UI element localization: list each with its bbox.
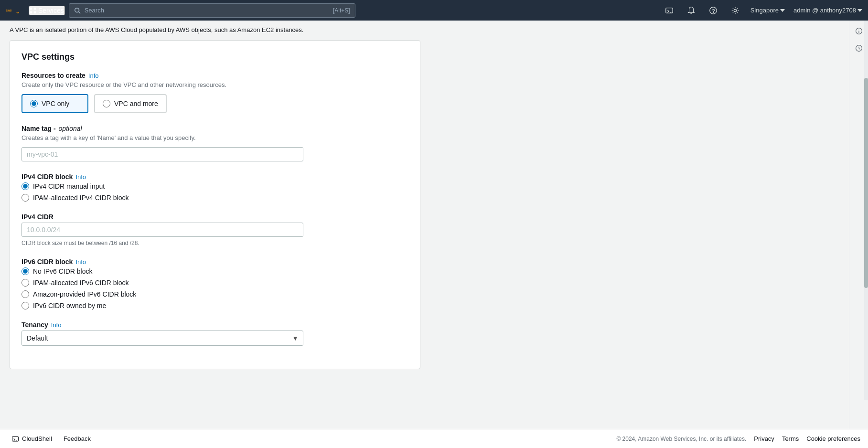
- footer: CloudShell Feedback © 2024, Amazon Web S…: [0, 429, 868, 448]
- ipv4-cidr-block-info-link[interactable]: Info: [75, 173, 86, 181]
- ipam-ipv6-radio[interactable]: [21, 279, 29, 287]
- vpc-and-more-label[interactable]: VPC and more: [114, 100, 158, 107]
- ipam-ipv6-option[interactable]: IPAM-allocated IPv6 CIDR block: [21, 279, 408, 287]
- resources-info-link[interactable]: Info: [88, 72, 99, 79]
- resources-options: VPC only VPC and more: [21, 94, 408, 113]
- vpc-settings-title: VPC settings: [21, 52, 408, 62]
- ipv4-manual-label[interactable]: IPv4 CIDR manual input: [33, 182, 105, 190]
- owned-ipv6-option[interactable]: IPv6 CIDR owned by me: [21, 302, 408, 309]
- amazon-ipv6-label[interactable]: Amazon-provided IPv6 CIDR block: [33, 290, 136, 298]
- services-button[interactable]: Services: [29, 6, 65, 15]
- footer-copyright: © 2024, Amazon Web Services, Inc. or its…: [616, 436, 746, 442]
- ipv4-ipam-option[interactable]: IPAM-allocated IPv4 CIDR block: [21, 194, 408, 202]
- svg-point-11: [734, 9, 736, 11]
- ipv4-manual-radio[interactable]: [21, 182, 29, 190]
- ipv4-cidr-block-label: IPv4 CIDR block Info: [21, 173, 408, 181]
- no-ipv6-radio[interactable]: [21, 267, 29, 275]
- user-account-button[interactable]: admin @ anthony2708: [793, 7, 862, 14]
- terms-link[interactable]: Terms: [782, 435, 799, 442]
- svg-text:?: ?: [712, 8, 715, 13]
- feedback-button[interactable]: Feedback: [60, 433, 95, 444]
- vpc-only-label[interactable]: VPC only: [42, 100, 69, 107]
- footer-left: CloudShell Feedback: [8, 433, 95, 445]
- settings-icon[interactable]: [729, 4, 742, 17]
- vpc-and-more-radio[interactable]: [103, 100, 110, 107]
- svg-rect-3: [30, 11, 32, 13]
- intro-text: A VPC is an isolated portion of the AWS …: [10, 26, 839, 33]
- notifications-icon[interactable]: [685, 4, 698, 17]
- search-shortcut: [Alt+S]: [333, 7, 350, 14]
- vpc-settings-card: VPC settings Resources to create Info Cr…: [10, 40, 420, 369]
- ipv4-cidr-label: IPv4 CIDR: [21, 213, 408, 221]
- ipv6-cidr-block-label: IPv6 CIDR block Info: [21, 258, 408, 266]
- vpc-and-more-option[interactable]: VPC and more: [94, 94, 167, 113]
- footer-right: © 2024, Amazon Web Services, Inc. or its…: [616, 435, 860, 442]
- svg-text:aws: aws: [6, 9, 12, 12]
- panel-history-icon[interactable]: [852, 42, 866, 55]
- tenancy-label: Tenancy Info: [21, 321, 408, 329]
- nav-right-group: ? Singapore admin @ anthony2708: [663, 4, 862, 17]
- svg-rect-4: [34, 11, 36, 13]
- name-tag-description: Creates a tag with a key of 'Name' and a…: [21, 134, 408, 141]
- aws-logo[interactable]: aws: [6, 4, 25, 17]
- no-ipv6-label[interactable]: No IPv6 CIDR block: [33, 267, 92, 275]
- scroll-track[interactable]: [864, 21, 868, 400]
- svg-point-5: [75, 8, 79, 12]
- vpc-only-radio[interactable]: [30, 100, 38, 107]
- svg-rect-7: [666, 8, 673, 13]
- ipv4-manual-option[interactable]: IPv4 CIDR manual input: [21, 182, 408, 190]
- search-icon: [74, 7, 81, 14]
- content-scroll[interactable]: A VPC is an isolated portion of the AWS …: [0, 21, 849, 429]
- ipv6-cidr-block-info-link[interactable]: Info: [75, 258, 86, 266]
- panel-info-icon[interactable]: i: [852, 24, 866, 38]
- owned-ipv6-label[interactable]: IPv6 CIDR owned by me: [33, 302, 106, 309]
- ipv4-ipam-label[interactable]: IPAM-allocated IPv4 CIDR block: [33, 194, 129, 202]
- ipv4-cidr-section: IPv4 CIDR CIDR block size must be betwee…: [21, 213, 408, 246]
- svg-rect-2: [34, 7, 36, 9]
- top-navigation: aws Services [Alt+S]: [0, 0, 868, 21]
- region-button[interactable]: Singapore: [750, 7, 785, 14]
- ipam-ipv6-label[interactable]: IPAM-allocated IPv6 CIDR block: [33, 279, 129, 287]
- amazon-ipv6-option[interactable]: Amazon-provided IPv6 CIDR block: [21, 290, 408, 298]
- name-tag-label: Name tag - optional: [21, 125, 408, 132]
- cloudshell-button[interactable]: CloudShell: [8, 433, 56, 445]
- tenancy-info-link[interactable]: Info: [51, 321, 62, 329]
- svg-line-6: [78, 11, 80, 13]
- cookie-preferences-link[interactable]: Cookie preferences: [806, 435, 860, 442]
- ipv4-cidr-block-section: IPv4 CIDR block Info IPv4 CIDR manual in…: [21, 173, 408, 202]
- resources-description: Create only the VPC resource or the VPC …: [21, 81, 408, 88]
- resources-label: Resources to create Info: [21, 72, 408, 79]
- name-tag-input[interactable]: [21, 147, 303, 161]
- ipv6-cidr-block-section: IPv6 CIDR block Info No IPv6 CIDR block …: [21, 258, 408, 309]
- svg-text:i: i: [858, 29, 859, 34]
- vpc-only-option[interactable]: VPC only: [21, 94, 88, 113]
- tenancy-section: Tenancy Info Default Dedicated Host ▼: [21, 321, 408, 346]
- svg-rect-15: [12, 437, 19, 441]
- search-input[interactable]: [85, 7, 329, 14]
- search-bar[interactable]: [Alt+S]: [69, 3, 355, 18]
- right-panel: i: [849, 21, 868, 429]
- tenancy-select-wrapper: Default Dedicated Host ▼: [21, 331, 303, 346]
- no-ipv6-option[interactable]: No IPv6 CIDR block: [21, 267, 408, 275]
- name-tag-section: Name tag - optional Creates a tag with a…: [21, 125, 408, 161]
- privacy-link[interactable]: Privacy: [754, 435, 774, 442]
- ipv4-cidr-help: CIDR block size must be between /16 and …: [21, 240, 408, 246]
- help-icon[interactable]: ?: [707, 4, 720, 17]
- amazon-ipv6-radio[interactable]: [21, 290, 29, 298]
- ipv4-ipam-radio[interactable]: [21, 194, 29, 202]
- owned-ipv6-radio[interactable]: [21, 302, 29, 309]
- svg-rect-1: [30, 7, 32, 9]
- cloudshell-icon: [11, 435, 19, 443]
- main-area: A VPC is an isolated portion of the AWS …: [0, 21, 868, 429]
- scroll-thumb[interactable]: [864, 78, 868, 288]
- cloudshell-nav-icon[interactable]: [663, 4, 676, 17]
- resources-to-create-section: Resources to create Info Create only the…: [21, 72, 408, 113]
- ipv4-cidr-input[interactable]: [21, 223, 303, 237]
- tenancy-select[interactable]: Default Dedicated Host: [21, 331, 303, 346]
